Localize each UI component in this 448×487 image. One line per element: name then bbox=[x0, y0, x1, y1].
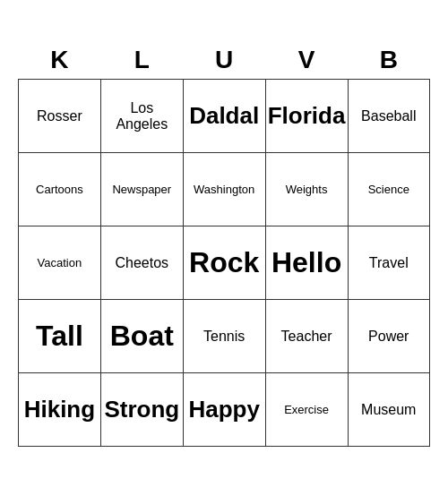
header-row: KLUVB bbox=[19, 40, 430, 80]
bingo-cell: Museum bbox=[348, 373, 429, 447]
bingo-cell: Exercise bbox=[265, 373, 348, 447]
bingo-cell: Happy bbox=[183, 373, 265, 447]
bingo-cell: Rock bbox=[183, 226, 265, 300]
column-header: B bbox=[348, 40, 429, 80]
bingo-cell: Tennis bbox=[183, 300, 265, 373]
table-row: VacationCheetosRockHelloTravel bbox=[19, 226, 430, 300]
bingo-card: KLUVB RosserLos AngelesDaldalFloridaBase… bbox=[18, 40, 430, 448]
bingo-cell: Florida bbox=[265, 80, 348, 153]
bingo-cell: Hiking bbox=[19, 373, 101, 447]
bingo-cell: Tall bbox=[19, 300, 101, 373]
bingo-cell: Vacation bbox=[19, 226, 101, 300]
bingo-cell: Weights bbox=[265, 153, 348, 226]
bingo-cell: Los Angeles bbox=[100, 80, 183, 153]
bingo-cell: Cheetos bbox=[100, 226, 183, 300]
bingo-cell: Power bbox=[348, 300, 429, 373]
bingo-cell: Cartoons bbox=[19, 153, 101, 226]
bingo-cell: Washington bbox=[183, 153, 265, 226]
bingo-cell: Newspaper bbox=[100, 153, 183, 226]
bingo-cell: Travel bbox=[348, 226, 429, 300]
column-header: U bbox=[183, 40, 265, 80]
bingo-cell: Science bbox=[348, 153, 429, 226]
column-header: K bbox=[19, 40, 101, 80]
bingo-cell: Boat bbox=[100, 300, 183, 373]
table-row: TallBoatTennisTeacherPower bbox=[19, 300, 430, 373]
bingo-cell: Daldal bbox=[183, 80, 265, 153]
column-header: L bbox=[100, 40, 183, 80]
table-row: CartoonsNewspaperWashingtonWeightsScienc… bbox=[19, 153, 430, 226]
bingo-cell: Rosser bbox=[19, 80, 101, 153]
bingo-cell: Baseball bbox=[348, 80, 429, 153]
column-header: V bbox=[265, 40, 348, 80]
table-row: RosserLos AngelesDaldalFloridaBaseball bbox=[19, 80, 430, 153]
bingo-cell: Teacher bbox=[265, 300, 348, 373]
bingo-cell: Strong bbox=[100, 373, 183, 447]
table-row: HikingStrongHappyExerciseMuseum bbox=[19, 373, 430, 447]
bingo-cell: Hello bbox=[265, 226, 348, 300]
